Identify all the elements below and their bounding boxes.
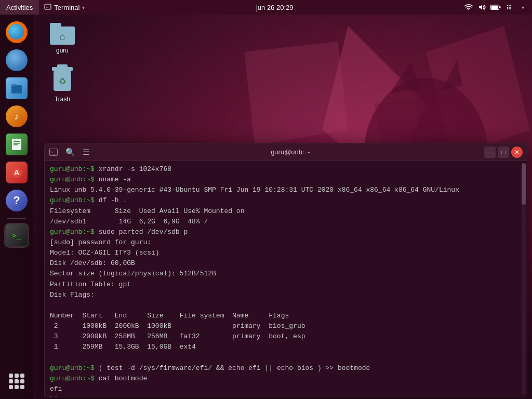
- system-menu-icon[interactable]: [504, 2, 514, 12]
- terminal-menu-button[interactable]: >_ Terminal ▾: [39, 0, 90, 15]
- terminal-line-4: guru@unb:~$ df -h .: [50, 195, 522, 206]
- svg-marker-12: [479, 5, 482, 10]
- trash-graphic: ♻: [50, 69, 75, 94]
- activities-button[interactable]: Activities: [0, 0, 39, 15]
- svg-rect-15: [491, 6, 498, 9]
- terminal-line-6: /dev/sdb1 14G 6,2G 6,9G 48% /: [50, 217, 522, 227]
- folder-graphic: ⌂: [50, 23, 75, 45]
- dock-item-appcenter[interactable]: A: [4, 160, 29, 185]
- svg-rect-29: [14, 143, 20, 144]
- svg-rect-28: [14, 141, 20, 142]
- dock-separator: [7, 218, 26, 219]
- dock-item-terminal[interactable]: >_: [4, 223, 29, 248]
- terminal-menu-button-win[interactable]: ☰: [79, 145, 92, 159]
- terminal-minimize-button[interactable]: —: [484, 147, 496, 158]
- terminal-line-9: Model: OCZ-AGIL ITY3 (scsi): [50, 248, 522, 258]
- terminal-search-button[interactable]: 🔍: [63, 145, 77, 159]
- guru-folder-icon[interactable]: ⌂ guru: [42, 21, 83, 56]
- svg-point-23: [509, 8, 510, 9]
- terminal-topbar-icon: >_: [44, 4, 51, 11]
- dock-item-appgrid[interactable]: [4, 369, 29, 394]
- svg-point-17: [509, 5, 510, 6]
- topbar-right-icons: ▾: [459, 2, 532, 12]
- terminal-line-19: [50, 353, 522, 363]
- terminal-maximize-button[interactable]: □: [498, 147, 509, 158]
- volume-icon[interactable]: [477, 2, 487, 12]
- dock: ♪ A ? >_: [0, 15, 33, 399]
- terminal-line-23: bios: [50, 394, 522, 397]
- thunderbird-icon: [6, 49, 28, 71]
- topbar-datetime: jun 26 20:29: [90, 4, 459, 11]
- terminal-line-2: guru@unb:~$ uname -a: [50, 175, 522, 185]
- terminal-title-icon: >_: [49, 148, 58, 157]
- terminal-line-13: Disk Flags:: [50, 290, 522, 300]
- svg-point-22: [507, 8, 508, 9]
- terminal-line-5: Filesystem Size Used Avail Use% Mounted …: [50, 206, 522, 217]
- terminal-window: >_ 🔍 ☰ guru@unb: ~ — □ ✕ guru@unb:~$ xra…: [44, 143, 527, 397]
- terminal-line-17: 3 2000kB 258MB 256MB fat32 primary boot,…: [50, 331, 522, 342]
- terminal-line-1: guru@unb:~$ xrandr -s 532x399: [50, 164, 522, 175]
- guru-folder-label: guru: [56, 47, 69, 54]
- dock-item-libreoffice[interactable]: [4, 132, 29, 157]
- svg-rect-26: [11, 84, 17, 86]
- terminal-line-3: Linux unb 5.4.0-39-generic #43-Ubuntu SM…: [50, 185, 522, 195]
- files-icon: [6, 77, 28, 99]
- terminal-window-controls: — □ ✕: [484, 147, 523, 158]
- terminal-line-22: efi: [50, 384, 522, 394]
- terminal-line-18: 1 259MB 15,3GB 15,0GB ext4: [50, 342, 522, 352]
- svg-point-18: [510, 5, 511, 6]
- terminal-line-12: Partition Table: gpt: [50, 280, 522, 290]
- svg-rect-14: [499, 6, 501, 8]
- terminal-icon: >_: [6, 224, 28, 246]
- terminal-scrollbar-thumb: [522, 163, 526, 205]
- dock-item-firefox[interactable]: [4, 20, 29, 45]
- trash-label: Trash: [55, 96, 70, 103]
- desktop-icons: ⌂ guru ♻ Trash: [42, 21, 83, 115]
- svg-point-21: [510, 7, 511, 8]
- terminal-titlebar-left: 🔍 ☰: [63, 145, 92, 159]
- svg-text:>_: >_: [50, 150, 56, 155]
- svg-point-19: [507, 7, 508, 8]
- dock-item-thunderbird[interactable]: [4, 48, 29, 73]
- svg-marker-6: [244, 42, 348, 145]
- dock-item-files[interactable]: [4, 76, 29, 101]
- firefox-icon: [6, 21, 28, 43]
- terminal-line-7: guru@unb:~$ sudo parted /dev/sdb p: [50, 227, 522, 237]
- dock-item-help[interactable]: ?: [4, 188, 29, 213]
- topbar: Activities >_ Terminal ▾ jun 26 20:29: [0, 0, 532, 15]
- terminal-content[interactable]: guru@unb:~$ xrandr -s 532x399 guru@unb:…: [45, 161, 527, 397]
- svg-text:A: A: [14, 168, 19, 177]
- libreoffice-icon: [6, 134, 28, 155]
- battery-icon[interactable]: [490, 2, 501, 12]
- terminal-line-8: [sudo] password for guru:: [50, 237, 522, 248]
- help-icon: ?: [6, 190, 28, 211]
- terminal-scrollbar[interactable]: [522, 163, 526, 395]
- system-menu-arrow[interactable]: ▾: [517, 2, 528, 12]
- terminal-line-16: 2 1000kB 2000kB 1000kB primary bios_grub: [50, 321, 522, 331]
- svg-point-16: [507, 5, 508, 6]
- svg-rect-25: [11, 85, 22, 94]
- terminal-title: guru@unb: ~: [100, 148, 481, 156]
- appgrid-icon: [6, 370, 28, 392]
- svg-point-20: [509, 7, 510, 8]
- trash-icon[interactable]: ♻ Trash: [42, 66, 83, 105]
- terminal-line-20: guru@unb:~$ ( test -d /sys/firmware/efi/…: [50, 363, 522, 374]
- svg-point-24: [510, 8, 511, 9]
- terminal-line-21: guru@unb:~$ cat bootmode: [50, 374, 522, 384]
- terminal-menu-label: Terminal: [54, 4, 79, 11]
- terminal-line-15: Number Start End Size File system Name F…: [50, 311, 522, 321]
- terminal-close-button[interactable]: ✕: [511, 147, 523, 158]
- terminal-menu-arrow: ▾: [82, 5, 85, 10]
- rhythmbox-icon: ♪: [6, 105, 28, 127]
- svg-text:>_: >_: [46, 5, 50, 9]
- dock-item-rhythmbox[interactable]: ♪: [4, 104, 29, 129]
- terminal-line-10: Disk /dev/sdb: 60,0GB: [50, 258, 522, 269]
- appcenter-icon: A: [6, 162, 28, 183]
- svg-rect-30: [14, 144, 18, 145]
- terminal-line-11: Sector size (logical/physical): 512B/512…: [50, 269, 522, 279]
- network-icon[interactable]: [463, 2, 474, 12]
- terminal-line-14: [50, 300, 522, 311]
- terminal-titlebar: >_ 🔍 ☰ guru@unb: ~ — □ ✕: [45, 143, 527, 161]
